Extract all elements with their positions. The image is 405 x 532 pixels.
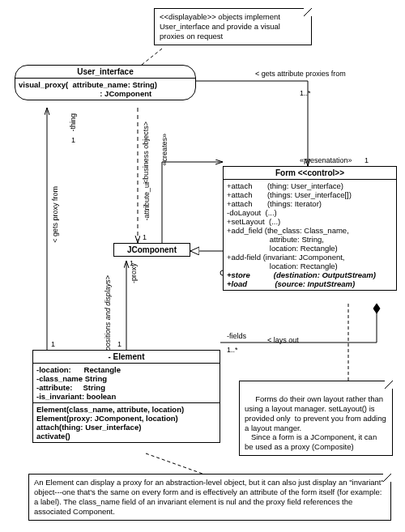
note-element: An Element can display a proxy for an ab… xyxy=(28,474,391,521)
label-gets-proxy: < gets proxy from xyxy=(51,186,59,243)
label-mult-1star2: 1..* xyxy=(227,346,238,354)
op: +store (destination: OutputStream) xyxy=(227,270,393,279)
op: +add_field (the_class: Class_name, xyxy=(227,226,393,235)
attr: -location: Rectangle xyxy=(36,365,216,374)
label-business: <business objects> xyxy=(142,121,151,184)
class-title: User_interface xyxy=(15,66,195,79)
class-form: Form <<control>> +attach (thing: User_in… xyxy=(223,166,397,291)
class-jcomponent: JComponent xyxy=(113,243,190,257)
note-text: Forms do their own layout rather than us… xyxy=(245,394,388,451)
class-element: - Element -location: Rectangle -class_na… xyxy=(32,350,220,443)
op: Element(proxy: JComponent, location) xyxy=(36,414,216,423)
op: location: Rectangle) xyxy=(227,262,393,270)
note-displayable: <<displayable>> objects implement User_i… xyxy=(154,8,312,45)
op: +attach (things: User_interface[]) xyxy=(227,190,393,199)
op: +add-field (invariant: JComponent, xyxy=(227,253,393,262)
attr: -attribute: String xyxy=(36,383,216,392)
class-title: JComponent xyxy=(127,245,177,254)
form-mult: 1 xyxy=(364,156,369,164)
class-ops: +attach (thing: User_interface) +attach … xyxy=(224,180,396,290)
label-mult-1star: 1..* xyxy=(300,89,311,97)
op: attribute: String, xyxy=(227,235,393,244)
label-one-3: 1 xyxy=(143,233,147,241)
op: +attach (things: Iterator) xyxy=(227,199,393,208)
class-ops: Element(class_name, attribute, location)… xyxy=(33,403,220,442)
op: activate() xyxy=(36,432,216,440)
attr: -is_invariant: boolean xyxy=(36,392,216,401)
label-proxy: -proxy xyxy=(130,263,138,283)
label-thing: -thing xyxy=(69,113,77,132)
attr: -class_name String xyxy=(36,374,216,383)
op: +load (source: InputStream) xyxy=(227,279,393,288)
label-lays-out: < lays out xyxy=(267,336,299,344)
class-title: Form <<control>> xyxy=(224,167,396,180)
label-one-1: 1 xyxy=(71,136,75,144)
class-user-interface: User_interface visual_proxy( attribute_n… xyxy=(15,65,196,100)
op: +attach (thing: User_interface) xyxy=(227,181,393,190)
form-stereo: «presenatation» xyxy=(300,156,352,164)
label-fields: -fields xyxy=(227,332,246,340)
op: +setLayout (...) xyxy=(227,217,393,226)
op: attach(thing: User_interface) xyxy=(36,423,216,432)
class-op: visual_proxy( attribute_name: String) : … xyxy=(15,79,195,100)
op: location: Rectangle) xyxy=(227,244,393,253)
note-text: An Element can display a proxy for an ab… xyxy=(34,478,384,516)
label-creates: «creates» xyxy=(160,134,168,166)
op: Element(class_name, attribute, location) xyxy=(36,405,216,414)
note-text: <<displayable>> objects implement User_i… xyxy=(160,12,280,40)
label-gets-attr: < gets attribute proxies from xyxy=(255,70,346,78)
op: -doLayout (...) xyxy=(227,208,393,217)
label-one-5: 1 xyxy=(117,340,122,348)
label-one-2: 1 xyxy=(51,340,55,348)
label-attribute-ui: -attribute_ui xyxy=(143,182,151,221)
note-forms: Forms do their own layout rather than us… xyxy=(239,381,393,456)
class-title: - Element xyxy=(33,351,220,364)
class-attrs: -location: Rectangle -class_name String … xyxy=(33,364,220,403)
